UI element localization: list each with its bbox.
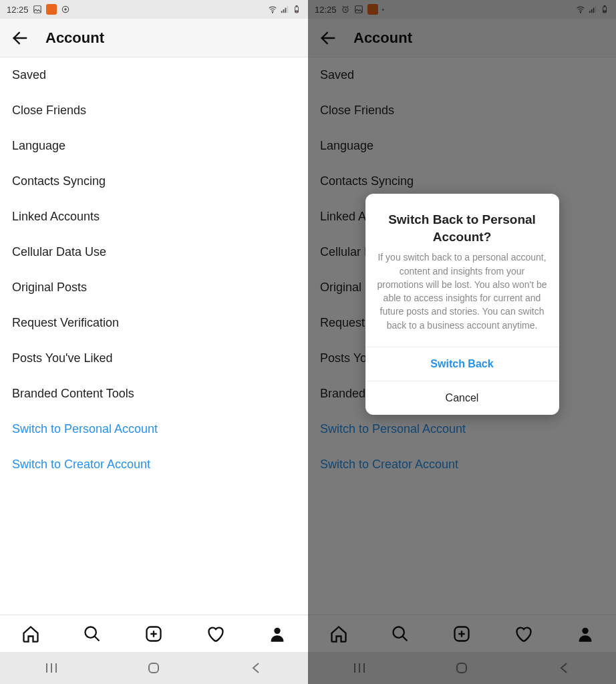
svg-rect-5 (283, 9, 285, 13)
menu-switch-personal[interactable]: Switch to Personal Account (0, 411, 308, 447)
menu-branded-content[interactable]: Branded Content Tools (0, 376, 308, 411)
activity-icon[interactable] (206, 625, 225, 643)
search-icon[interactable] (83, 625, 102, 643)
app-icon (46, 4, 57, 15)
bottom-nav (0, 615, 308, 652)
phone-left: 12:25 Account Saved (0, 0, 308, 684)
back-arrow-icon[interactable] (11, 29, 29, 47)
svg-rect-6 (285, 8, 287, 13)
menu-linked-accounts[interactable]: Linked Accounts (0, 199, 308, 234)
confirm-dialog: Switch Back to Personal Account? If you … (365, 194, 559, 415)
svg-rect-9 (296, 6, 297, 7)
battery-icon (292, 5, 301, 14)
svg-rect-0 (33, 6, 41, 13)
svg-rect-4 (281, 11, 283, 13)
menu-switch-creator[interactable]: Switch to Creator Account (0, 447, 308, 482)
svg-rect-10 (296, 11, 298, 12)
svg-rect-7 (287, 6, 289, 13)
status-time: 12:25 (7, 5, 29, 15)
svg-point-2 (64, 9, 65, 10)
recent-apps-icon[interactable] (43, 660, 59, 676)
menu-posts-liked[interactable]: Posts You've Liked (0, 341, 308, 376)
menu-close-friends[interactable]: Close Friends (0, 93, 308, 128)
menu-contacts-syncing[interactable]: Contacts Syncing (0, 164, 308, 199)
status-bar: 12:25 (0, 0, 308, 19)
header: Account (0, 19, 308, 57)
menu-cellular-data[interactable]: Cellular Data Use (0, 234, 308, 270)
cancel-button[interactable]: Cancel (365, 381, 559, 415)
profile-icon[interactable] (268, 625, 287, 643)
dialog-title: Switch Back to Personal Account? (365, 194, 559, 250)
menu-list: Saved Close Friends Language Contacts Sy… (0, 57, 308, 615)
image-icon (33, 5, 42, 14)
menu-original-posts[interactable]: Original Posts (0, 270, 308, 305)
svg-point-13 (274, 627, 280, 633)
menu-language[interactable]: Language (0, 128, 308, 164)
signal-icon (280, 5, 289, 14)
android-nav-bar (0, 652, 308, 684)
page-title: Account (45, 29, 104, 47)
back-icon[interactable] (249, 660, 265, 676)
home-pill-icon[interactable] (146, 660, 162, 676)
svg-rect-14 (149, 663, 158, 673)
svg-point-3 (272, 12, 273, 13)
switch-back-button[interactable]: Switch Back (365, 347, 559, 381)
dialog-body: If you switch back to a personal account… (365, 250, 559, 347)
wifi-icon (268, 5, 277, 14)
phone-right: 12:25 • Account Sa (308, 0, 616, 684)
new-post-icon[interactable] (144, 625, 163, 643)
menu-request-verification[interactable]: Request Verification (0, 305, 308, 341)
menu-saved[interactable]: Saved (0, 57, 308, 93)
home-icon[interactable] (21, 625, 40, 643)
target-icon (61, 5, 70, 14)
svg-point-11 (86, 627, 96, 637)
